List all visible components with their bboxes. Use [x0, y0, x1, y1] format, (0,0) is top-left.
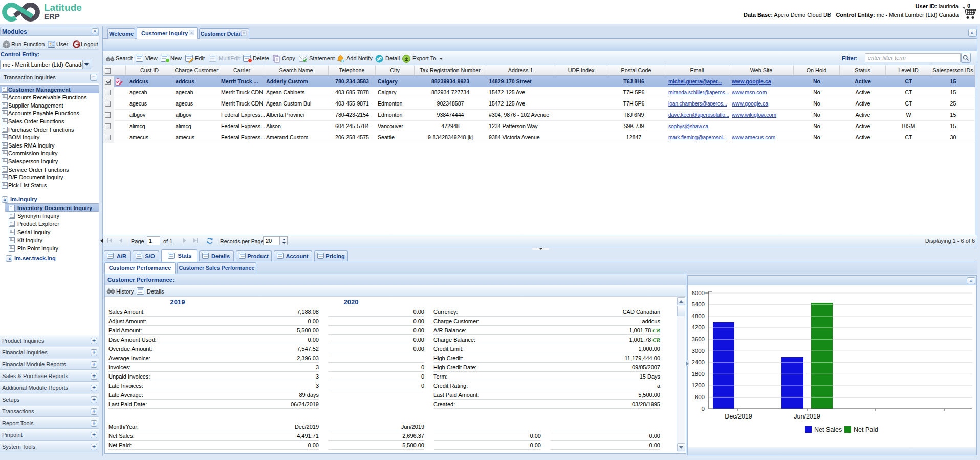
svg-text:3600: 3600 [691, 336, 705, 342]
svg-text:4200: 4200 [691, 324, 705, 330]
svg-text:0: 0 [702, 406, 705, 412]
svg-text:Jun/2019: Jun/2019 [794, 413, 820, 420]
svg-text:3000: 3000 [691, 348, 705, 354]
svg-text:6000: 6000 [691, 290, 705, 296]
svg-text:Dec/2019: Dec/2019 [725, 413, 752, 420]
svg-text:2400: 2400 [691, 359, 705, 365]
svg-text:4800: 4800 [691, 313, 705, 319]
svg-text:1200: 1200 [691, 382, 705, 388]
svg-text:1800: 1800 [691, 371, 705, 377]
svg-text:Net Sales: Net Sales [814, 426, 842, 433]
svg-text:5400: 5400 [691, 301, 705, 307]
svg-text:600: 600 [695, 394, 705, 400]
svg-text:Net Paid: Net Paid [854, 426, 878, 433]
